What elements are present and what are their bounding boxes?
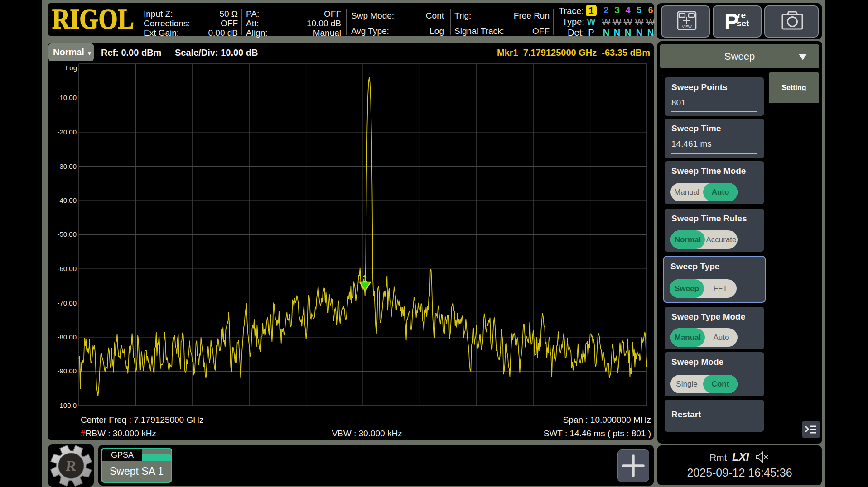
svg-text:VIEW: VIEW — [682, 24, 692, 29]
svg-text:1: 1 — [362, 273, 367, 283]
svg-text:RIGOL: RIGOL — [52, 9, 134, 33]
